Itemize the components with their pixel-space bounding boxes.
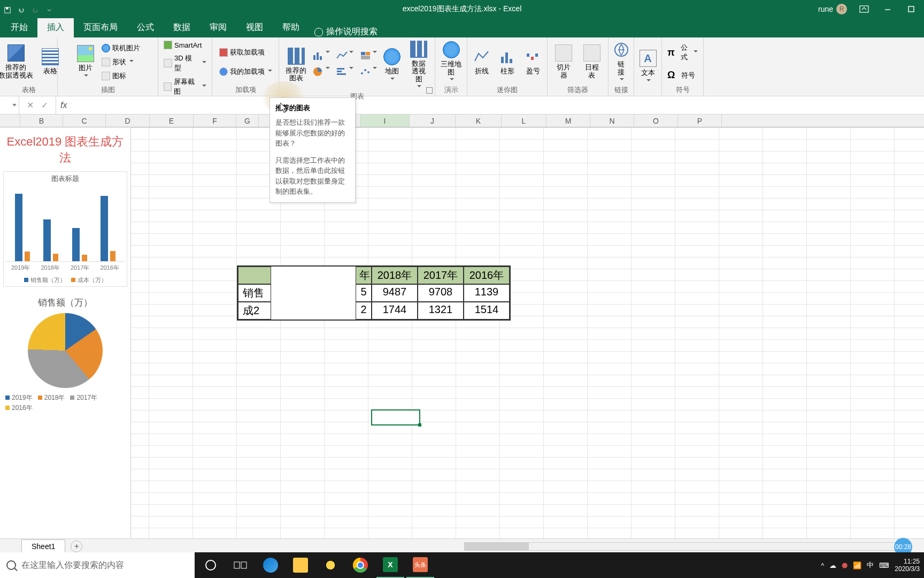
edge-icon[interactable] bbox=[257, 552, 284, 578]
selected-cell[interactable] bbox=[371, 409, 420, 425]
pie-chart-icon[interactable] bbox=[313, 67, 330, 79]
sparkline-column-button[interactable]: 柱形 bbox=[497, 47, 518, 76]
tray-network-icon[interactable]: 📶 bbox=[853, 561, 861, 569]
text-button[interactable]: A文本 bbox=[637, 49, 659, 84]
taskbar-search[interactable]: 在这里输入你要搜索的内容 bbox=[0, 552, 195, 578]
minimize-button[interactable] bbox=[881, 3, 894, 16]
chrome-icon[interactable] bbox=[346, 552, 374, 578]
tooltip-title: 推荐的图表 bbox=[275, 103, 350, 113]
enter-icon[interactable]: ✓ bbox=[41, 100, 48, 110]
toutiao-icon[interactable]: 头条 bbox=[406, 552, 434, 578]
col-B[interactable]: B bbox=[20, 115, 63, 127]
title-bar: excel2019图表生成方法.xlsx - Excel rune R bbox=[0, 0, 924, 18]
sparkline-line-button[interactable]: 折线 bbox=[471, 47, 492, 76]
symbol-button[interactable]: Ω 符号 bbox=[666, 69, 699, 82]
col-D[interactable]: D bbox=[106, 115, 150, 127]
data-table[interactable]: 年 2018年 2017年 2016年 销售 5 9487 9708 1139 … bbox=[237, 265, 511, 321]
bar-chart-title: 图表标题 bbox=[6, 174, 125, 184]
charts-dialog-launcher[interactable] bbox=[426, 87, 433, 94]
redo-icon[interactable] bbox=[32, 6, 38, 12]
tab-view[interactable]: 视图 bbox=[236, 18, 273, 37]
col-L[interactable]: L bbox=[502, 115, 546, 127]
add-sheet-button[interactable]: + bbox=[71, 541, 82, 552]
tray-clock[interactable]: 11:25 2020/3/3 bbox=[895, 558, 920, 573]
bar-chart-icon[interactable] bbox=[336, 67, 353, 79]
col-P[interactable]: P bbox=[678, 115, 722, 127]
recommended-charts-button[interactable]: 推荐的 图表 bbox=[283, 47, 309, 83]
col-K[interactable]: K bbox=[456, 115, 502, 127]
ime-indicator[interactable]: 中 bbox=[867, 560, 874, 570]
scatter-chart-icon[interactable] bbox=[360, 67, 377, 79]
sparkline-winloss-button[interactable]: 盈亏 bbox=[522, 47, 544, 76]
my-addins-button[interactable]: 我的加载项 bbox=[218, 66, 273, 78]
group-illustrations-label: 插图 bbox=[101, 84, 115, 95]
shapes-button[interactable]: 形状 bbox=[101, 56, 141, 68]
col-E[interactable]: E bbox=[150, 115, 194, 127]
tab-insert[interactable]: 插入 bbox=[37, 18, 74, 37]
weather-icon[interactable] bbox=[317, 552, 344, 578]
name-box[interactable] bbox=[0, 96, 19, 114]
svg-rect-12 bbox=[337, 68, 344, 70]
col-G[interactable]: G bbox=[236, 115, 259, 127]
taskview-icon[interactable] bbox=[227, 552, 255, 578]
fx-icon[interactable]: fx bbox=[56, 101, 71, 110]
col-F[interactable]: F bbox=[194, 115, 236, 127]
ime-mode-icon[interactable]: ⌨ bbox=[879, 561, 889, 569]
online-pictures-button[interactable]: 联机图片 bbox=[101, 42, 141, 54]
icons-button[interactable]: 图标 bbox=[101, 70, 141, 82]
smartart-button[interactable]: SmartArt bbox=[163, 40, 207, 50]
3dmap-button[interactable]: 三维地 图 bbox=[438, 40, 464, 83]
timeline-button[interactable]: 日程表 bbox=[580, 43, 604, 80]
hierarchy-chart-icon[interactable] bbox=[360, 51, 377, 63]
col-N[interactable]: N bbox=[590, 115, 634, 127]
tab-data[interactable]: 数据 bbox=[164, 18, 200, 37]
line-chart-icon[interactable] bbox=[336, 51, 353, 63]
col-O[interactable]: O bbox=[634, 115, 678, 127]
save-icon[interactable] bbox=[4, 6, 11, 12]
svg-rect-23 bbox=[535, 54, 538, 57]
sheet-tab-bar: Sheet1 + 00:28 bbox=[0, 538, 924, 553]
tab-pagelayout[interactable]: 页面布局 bbox=[74, 18, 127, 37]
screenshot-button[interactable]: 屏幕截图 bbox=[163, 76, 207, 97]
tray-onedrive-icon[interactable]: ☁ bbox=[829, 561, 836, 569]
ribbon-display-icon[interactable] bbox=[858, 3, 871, 16]
equation-button[interactable]: π 公式 bbox=[666, 42, 699, 63]
maximize-button[interactable] bbox=[905, 3, 918, 16]
tab-formulas[interactable]: 公式 bbox=[127, 18, 164, 37]
get-addins-button[interactable]: 获取加载项 bbox=[218, 47, 273, 58]
tray-security-icon[interactable]: ⬣ bbox=[842, 561, 848, 569]
sheet-tab[interactable]: Sheet1 bbox=[21, 539, 65, 553]
col-M[interactable]: M bbox=[546, 115, 590, 127]
explorer-icon[interactable] bbox=[287, 552, 314, 578]
spreadsheet-grid[interactable] bbox=[131, 127, 924, 538]
3dmodel-button[interactable]: 3D 模型 bbox=[163, 52, 207, 74]
undo-icon[interactable] bbox=[18, 6, 25, 12]
excel-icon[interactable]: X bbox=[376, 552, 404, 578]
col-I[interactable]: I bbox=[360, 115, 410, 127]
svg-rect-10 bbox=[361, 56, 370, 59]
tooltip-text-1: 是否想让我们推荐一款能够展示您数据的好的图表？ bbox=[275, 117, 350, 149]
cortana-icon[interactable] bbox=[197, 552, 225, 578]
slicer-button[interactable]: 切片器 bbox=[552, 43, 576, 80]
tab-home[interactable]: 开始 bbox=[1, 18, 37, 37]
pivotchart-button[interactable]: 数据透视图 bbox=[407, 40, 430, 90]
pie-chart-thumbnail[interactable]: 销售额（万） 2019年 2018年 2017年 2016年 bbox=[2, 294, 128, 415]
map-button[interactable]: 地图 bbox=[381, 47, 403, 82]
col-J[interactable]: J bbox=[410, 115, 456, 127]
recommended-pivottable-button[interactable]: 推荐的 数据透视表 bbox=[0, 43, 35, 80]
col-C[interactable]: C bbox=[63, 115, 106, 127]
horizontal-scrollbar[interactable] bbox=[464, 542, 898, 551]
tab-review[interactable]: 审阅 bbox=[200, 18, 236, 37]
user-account[interactable]: rune R bbox=[818, 4, 847, 14]
tell-me[interactable]: 操作说明搜索 bbox=[314, 26, 378, 37]
cancel-icon[interactable]: ✕ bbox=[27, 100, 34, 110]
fill-handle[interactable] bbox=[418, 423, 421, 427]
link-button[interactable]: 链 接 bbox=[611, 40, 632, 83]
bar-chart-thumbnail[interactable]: 图表标题 2019年 2018年 2017年 2016年 销售额（万） 成本（万… bbox=[3, 171, 127, 287]
qat-dropdown-icon[interactable] bbox=[46, 6, 52, 12]
group-filters-label: 筛选器 bbox=[567, 84, 588, 95]
pictures-button[interactable]: 图片 bbox=[75, 44, 96, 79]
tray-up-icon[interactable]: ^ bbox=[821, 561, 824, 569]
column-chart-icon[interactable] bbox=[313, 51, 330, 63]
tab-help[interactable]: 帮助 bbox=[273, 18, 309, 37]
